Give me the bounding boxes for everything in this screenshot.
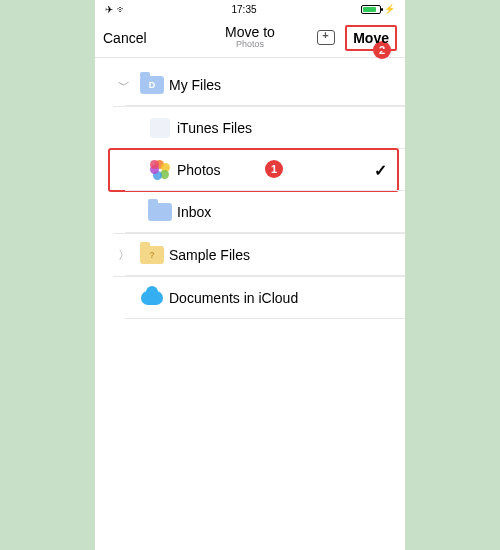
folder-label: Inbox [177,204,393,220]
folder-icon [143,203,177,221]
wifi-icon: ᯤ [117,4,127,15]
folder-label: Sample Files [169,247,393,263]
folder-label: Documents in iCloud [169,290,393,306]
list-item-icloud[interactable]: Documents in iCloud [95,277,405,319]
photos-icon [143,160,177,180]
chevron-down-icon[interactable]: ﹀ [113,77,135,94]
battery-icon [361,5,381,14]
itunes-icon [143,118,177,138]
cloud-icon [135,291,169,305]
folder-icon: ? [135,246,169,264]
folder-label: iTunes Files [177,120,393,136]
move-button[interactable]: Move [345,25,397,51]
list-item-itunes[interactable]: iTunes Files [95,107,405,149]
charging-icon: ⚡ [384,4,395,14]
folder-label: My Files [169,77,393,93]
list-item-myfiles[interactable]: ﹀ D My Files [95,64,405,106]
airplane-icon: ✈ [105,4,113,15]
list-item-sample[interactable]: 〉 ? Sample Files [95,234,405,276]
list-item-inbox[interactable]: Inbox [95,191,405,233]
chevron-right-icon[interactable]: 〉 [113,247,135,264]
callout-badge-1: 1 [265,160,283,178]
nav-bar: Cancel Move to Photos Move [95,18,405,58]
status-time: 17:35 [231,4,256,15]
phone-frame: ✈ ᯤ 17:35 ⚡ Cancel Move to Photos Move 2… [95,0,405,550]
folder-list: ﹀ D My Files iTunes Files Photos [95,58,405,319]
cancel-button[interactable]: Cancel [103,30,147,46]
checkmark-icon: ✓ [374,161,393,180]
list-item-photos[interactable]: Photos 1 ✓ [95,149,405,191]
folder-icon: D [135,76,169,94]
status-bar: ✈ ᯤ 17:35 ⚡ [95,0,405,18]
new-folder-icon[interactable] [317,30,335,45]
